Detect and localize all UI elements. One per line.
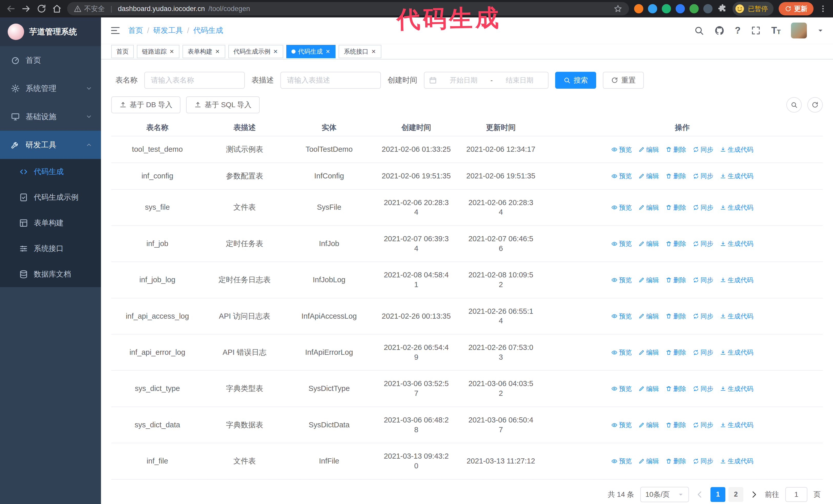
page-size-select[interactable]: 10条/页 (640, 487, 689, 502)
preview-link[interactable]: 预览 (611, 385, 632, 393)
tab-tracer[interactable]: 链路追踪× (137, 45, 180, 58)
delete-link[interactable]: 删除 (666, 348, 686, 357)
close-icon[interactable]: × (169, 48, 174, 55)
column-header[interactable]: 更新时间 (460, 119, 542, 136)
sidebar-item-codegen-example[interactable]: 代码生成示例 (0, 185, 101, 210)
edit-link[interactable]: 编辑 (639, 385, 659, 393)
sync-link[interactable]: 同步 (693, 276, 713, 284)
sidebar-item-system[interactable]: 系统管理 (0, 74, 101, 102)
extension-icon-teal[interactable] (689, 4, 699, 13)
refresh-table-button[interactable] (807, 97, 823, 113)
fullscreen-icon[interactable] (751, 25, 761, 35)
tab-form-build[interactable]: 表单构建× (183, 45, 225, 58)
tab-codegen[interactable]: 代码生成× (286, 45, 335, 58)
edit-link[interactable]: 编辑 (639, 348, 659, 357)
user-avatar[interactable] (791, 23, 807, 39)
sidebar-item-infra[interactable]: 基础设施 (0, 102, 101, 131)
edit-link[interactable]: 编辑 (639, 457, 659, 465)
sync-link[interactable]: 同步 (693, 312, 713, 320)
sidebar-item-codegen[interactable]: 代码生成 (0, 159, 101, 185)
import-sql-button[interactable]: 基于 SQL 导入 (186, 96, 260, 113)
close-icon[interactable]: × (325, 48, 330, 55)
start-date-input[interactable] (440, 76, 487, 85)
sync-link[interactable]: 同步 (693, 348, 713, 357)
preview-link[interactable]: 预览 (611, 421, 632, 429)
generate-code-link[interactable]: 生成代码 (720, 457, 753, 465)
tab-codegen-example[interactable]: 代码生成示例× (229, 45, 283, 58)
close-icon[interactable]: × (215, 48, 220, 55)
url-bar[interactable]: 不安全 | dashboard.yudao.iocoder.cn/tool/co… (67, 2, 629, 16)
table-name-input[interactable] (144, 72, 245, 89)
sync-link[interactable]: 同步 (693, 385, 713, 393)
preview-link[interactable]: 预览 (611, 348, 632, 357)
sync-link[interactable]: 同步 (693, 145, 713, 154)
delete-link[interactable]: 删除 (666, 421, 686, 429)
column-header[interactable]: 创建时间 (373, 119, 460, 136)
goto-page-input[interactable] (785, 487, 807, 502)
preview-link[interactable]: 预览 (611, 145, 632, 154)
hamburger-icon[interactable] (110, 25, 120, 35)
search-icon[interactable] (694, 25, 704, 35)
security-chip[interactable]: 不安全 (74, 4, 105, 13)
sidebar-item-form-build[interactable]: 表单构建 (0, 210, 101, 236)
edit-link[interactable]: 编辑 (639, 312, 659, 320)
sidebar-item-db-doc[interactable]: 数据库文档 (0, 262, 101, 287)
sync-link[interactable]: 同步 (693, 457, 713, 465)
bookmark-star-icon[interactable] (614, 4, 622, 13)
breadcrumb-item[interactable]: 研发工具 (153, 25, 183, 35)
column-header[interactable]: 表名称 (111, 119, 204, 136)
generate-code-link[interactable]: 生成代码 (720, 203, 753, 212)
preview-link[interactable]: 预览 (611, 276, 632, 284)
column-header[interactable]: 操作 (542, 119, 823, 136)
page-button-2[interactable]: 2 (729, 487, 743, 502)
generate-code-link[interactable]: 生成代码 (720, 239, 753, 248)
column-header[interactable]: 表描述 (204, 119, 286, 136)
back-button[interactable] (6, 4, 16, 14)
sync-link[interactable]: 同步 (693, 172, 713, 180)
reload-button[interactable] (37, 4, 47, 14)
breadcrumb-item[interactable]: 代码生成 (193, 25, 223, 35)
tab-api[interactable]: 系统接口× (339, 45, 381, 58)
sidebar-item-dev-tools[interactable]: 研发工具 (0, 131, 101, 159)
delete-link[interactable]: 删除 (666, 145, 686, 154)
extension-icon-blue-drop[interactable] (648, 4, 657, 13)
profile-chip[interactable]: 已暂停 (733, 2, 774, 16)
delete-link[interactable]: 删除 (666, 276, 686, 284)
preview-link[interactable]: 预览 (611, 312, 632, 320)
import-db-button[interactable]: 基于 DB 导入 (111, 96, 181, 113)
edit-link[interactable]: 编辑 (639, 239, 659, 248)
sync-link[interactable]: 同步 (693, 421, 713, 429)
delete-link[interactable]: 删除 (666, 239, 686, 248)
preview-link[interactable]: 预览 (611, 239, 632, 248)
preview-link[interactable]: 预览 (611, 172, 632, 180)
delete-link[interactable]: 删除 (666, 385, 686, 393)
extension-icon-green-check[interactable] (662, 4, 671, 13)
table-desc-input[interactable] (280, 72, 381, 89)
update-button[interactable]: 更新 (779, 2, 813, 16)
home-button[interactable] (52, 4, 62, 14)
chevron-down-icon[interactable] (817, 27, 824, 34)
generate-code-link[interactable]: 生成代码 (720, 385, 753, 393)
delete-link[interactable]: 删除 (666, 172, 686, 180)
sidebar-item-home[interactable]: 首页 (0, 46, 101, 74)
close-icon[interactable]: × (273, 48, 278, 55)
close-icon[interactable]: × (371, 48, 376, 55)
edit-link[interactable]: 编辑 (639, 172, 659, 180)
edit-link[interactable]: 编辑 (639, 203, 659, 212)
help-icon[interactable]: ? (735, 25, 740, 36)
generate-code-link[interactable]: 生成代码 (720, 172, 753, 180)
delete-link[interactable]: 删除 (666, 457, 686, 465)
delete-link[interactable]: 删除 (666, 312, 686, 320)
delete-link[interactable]: 删除 (666, 203, 686, 212)
github-icon[interactable] (714, 25, 724, 35)
next-page-button[interactable] (749, 490, 759, 499)
generate-code-link[interactable]: 生成代码 (720, 312, 753, 320)
create-time-range-picker[interactable]: - (424, 72, 548, 89)
column-header[interactable]: 实体 (286, 119, 373, 136)
generate-code-link[interactable]: 生成代码 (720, 145, 753, 154)
generate-code-link[interactable]: 生成代码 (720, 421, 753, 429)
preview-link[interactable]: 预览 (611, 203, 632, 212)
toggle-search-button[interactable] (786, 97, 802, 113)
font-size-icon[interactable]: TT (771, 26, 781, 35)
sync-link[interactable]: 同步 (693, 239, 713, 248)
